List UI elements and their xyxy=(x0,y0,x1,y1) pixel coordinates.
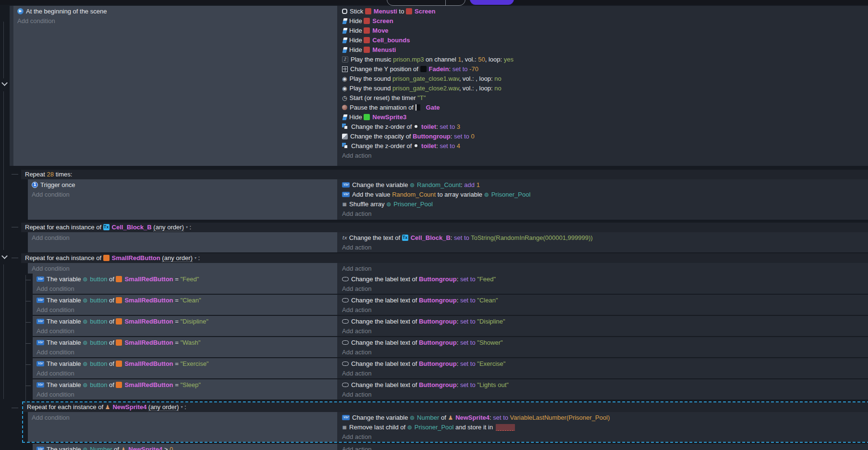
actions-panel[interactable]: Change the label text of Buttongroup: se… xyxy=(337,337,868,357)
actions-panel[interactable]: Add action xyxy=(337,263,868,274)
conditions-panel[interactable]: VarThe variable ⊚button of SmallRedButto… xyxy=(33,274,337,294)
conditions-panel[interactable]: VarThe variable ⊚Number of ♟NewSprite4 >… xyxy=(33,444,337,450)
actions-panel[interactable]: VarChange the variable ⊚Number of ♟NewSp… xyxy=(337,412,868,442)
action-row[interactable]: VarChange the variable ⊚Number of ♟NewSp… xyxy=(342,413,868,423)
varbadge-icon: Var xyxy=(37,447,44,450)
action-row[interactable]: Change the opacity of Buttongroup: set t… xyxy=(342,132,868,141)
action-row[interactable]: VarChange the variable ⊚Random_Count: ad… xyxy=(342,180,868,190)
toggle-control[interactable] xyxy=(387,0,465,6)
add-condition-link[interactable]: Add condition xyxy=(33,305,337,315)
add-condition-link[interactable]: Add condition xyxy=(33,369,337,378)
action-row[interactable]: Change the label text of Buttongroup: se… xyxy=(342,380,868,390)
conditions-panel[interactable]: Add condition xyxy=(28,412,337,442)
add-action-link[interactable]: Add action xyxy=(342,326,868,336)
add-action-link[interactable]: Add action xyxy=(342,264,868,274)
add-condition-link[interactable]: Add condition xyxy=(28,233,337,243)
condition-row[interactable]: 1Trigger once xyxy=(28,180,337,190)
action-row[interactable]: Change the label text of Buttongroup: se… xyxy=(342,338,868,348)
action-row[interactable]: Hide Move xyxy=(342,26,868,36)
actions-panel[interactable]: Change the label text of Buttongroup: se… xyxy=(337,379,868,400)
add-action-link[interactable]: Add action xyxy=(342,369,868,378)
conditions-panel[interactable]: VarThe variable ⊚button of SmallRedButto… xyxy=(33,379,337,400)
collapse-chevron-icon[interactable] xyxy=(1,253,8,259)
actions-panel[interactable]: Stick Menusti to ScreenHide ScreenHide M… xyxy=(337,6,868,166)
action-row[interactable]: Hide Cell_bounds xyxy=(342,36,868,45)
add-action-link[interactable]: Add action xyxy=(342,305,868,315)
action-row[interactable]: ♪Play the music prison.mp3 on channel 1,… xyxy=(342,55,868,64)
action-row[interactable]: ◉Play the sound prison_gate_close2.wav, … xyxy=(342,84,868,93)
action-row[interactable]: ◷Start (or reset) the timer "T" xyxy=(342,93,868,103)
action-row[interactable]: ≡Remove last child of ⊚Prisoner_Pool and… xyxy=(342,423,868,432)
event-repeat-header[interactable]: Repeat for each instance of ♟NewSprite4 … xyxy=(23,402,868,412)
action-row[interactable]: Change the label text of Buttongroup: se… xyxy=(342,275,868,284)
action-row[interactable]: Change the label text of Buttongroup: se… xyxy=(342,317,868,326)
condition-row[interactable]: VarThe variable ⊚button of SmallRedButto… xyxy=(33,317,337,326)
actions-panel[interactable]: Change the label text of Buttongroup: se… xyxy=(337,295,868,315)
event-text: = xyxy=(173,297,181,304)
add-condition-link[interactable]: Add condition xyxy=(28,190,337,200)
action-row[interactable]: Pause the animation of Gate xyxy=(342,103,868,112)
conditions-panel[interactable]: Add condition xyxy=(28,263,337,274)
action-row[interactable]: Change the z-order of toilet: set to 3 xyxy=(342,122,868,132)
selected-event-block[interactable]: Repeat for each instance of ♟NewSprite4 … xyxy=(22,401,868,443)
actions-panel[interactable]: VarChange the variable ⊚Random_Count: ad… xyxy=(337,179,868,220)
add-condition-link[interactable]: Add condition xyxy=(33,284,337,294)
action-row[interactable]: VarAdd the value Random_Count to array v… xyxy=(342,190,868,200)
actions-panel[interactable]: Add action xyxy=(337,444,868,450)
add-action-link[interactable]: Add action xyxy=(342,445,868,450)
add-condition-link[interactable]: Add condition xyxy=(33,326,337,336)
action-row[interactable]: Hide Menusti xyxy=(342,45,868,55)
add-condition-link[interactable]: Add condition xyxy=(13,16,337,26)
conditions-panel[interactable]: 1Trigger onceAdd condition xyxy=(28,179,337,220)
conditions-panel[interactable]: VarThe variable ⊚button of SmallRedButto… xyxy=(33,337,337,357)
condition-row[interactable]: VarThe variable ⊚Number of ♟NewSprite4 >… xyxy=(33,445,337,450)
add-action-link[interactable]: Add action xyxy=(342,284,868,294)
add-action-link[interactable]: Add action xyxy=(342,432,868,442)
conditions-panel[interactable]: Add condition xyxy=(28,232,337,252)
condition-row[interactable]: VarThe variable ⊚button of SmallRedButto… xyxy=(33,338,337,348)
action-row[interactable]: Change the Y position of Fadein: set to … xyxy=(342,64,868,74)
action-row[interactable]: txChange the text of TxCell_Block_B: set… xyxy=(342,233,868,243)
condition-row[interactable]: ▶At the beginning of the scene xyxy=(13,7,337,16)
primary-button[interactable] xyxy=(470,0,514,5)
add-condition-link[interactable]: Add condition xyxy=(28,264,337,274)
action-row[interactable]: ◉Play the sound prison_gate_close1.wav, … xyxy=(342,74,868,84)
add-action-link[interactable]: Add action xyxy=(342,348,868,357)
actions-panel[interactable]: Change the label text of Buttongroup: se… xyxy=(337,358,868,378)
conditions-panel[interactable]: VarThe variable ⊚button of SmallRedButto… xyxy=(33,295,337,315)
toggle-segment-right[interactable] xyxy=(445,0,465,5)
actions-panel[interactable]: txChange the text of TxCell_Block_B: set… xyxy=(337,232,868,252)
condition-row[interactable]: VarThe variable ⊚button of SmallRedButto… xyxy=(33,359,337,369)
conditions-panel[interactable]: VarThe variable ⊚button of SmallRedButto… xyxy=(33,316,337,336)
add-condition-link[interactable]: Add condition xyxy=(33,348,337,357)
toggle-segment-left[interactable] xyxy=(387,0,445,5)
tree-tick xyxy=(25,280,31,280)
event-text: Play the music xyxy=(351,56,393,63)
action-row[interactable]: ≡Shuffle array ⊚Prisoner_Pool xyxy=(342,200,868,209)
condition-row[interactable]: VarThe variable ⊚button of SmallRedButto… xyxy=(33,296,337,305)
event-text: 4 xyxy=(457,142,460,150)
add-action-link[interactable]: Add action xyxy=(342,390,868,400)
action-row[interactable]: Stick Menusti to Screen xyxy=(342,7,868,16)
collapse-chevron-icon[interactable] xyxy=(1,80,8,86)
condition-row[interactable]: VarThe variable ⊚button of SmallRedButto… xyxy=(33,275,337,284)
add-action-link[interactable]: Add action xyxy=(342,209,868,219)
event-repeat-header[interactable]: Repeat 28 times: xyxy=(21,170,868,179)
actions-panel[interactable]: Change the label text of Buttongroup: se… xyxy=(337,274,868,294)
action-row[interactable]: Change the z-order of toilet: set to 4 xyxy=(342,141,868,151)
event-repeat-header[interactable]: Repeat for each instance of TxCell_Block… xyxy=(21,223,868,232)
event-repeat-header[interactable]: Repeat for each instance of SmallRedButt… xyxy=(21,253,868,263)
action-row[interactable]: Change the label text of Buttongroup: se… xyxy=(342,359,868,369)
actions-panel[interactable]: Change the label text of Buttongroup: se… xyxy=(337,316,868,336)
event-text: button xyxy=(90,297,107,304)
conditions-panel[interactable]: ▶At the beginning of the sceneAdd condit… xyxy=(13,6,337,166)
condition-row[interactable]: VarThe variable ⊚button of SmallRedButto… xyxy=(33,380,337,390)
add-action-link[interactable]: Add action xyxy=(342,151,868,161)
action-row[interactable]: Change the label text of Buttongroup: se… xyxy=(342,296,868,305)
add-condition-link[interactable]: Add condition xyxy=(33,390,337,400)
add-condition-link[interactable]: Add condition xyxy=(28,413,337,423)
action-row[interactable]: Hide Screen xyxy=(342,16,868,26)
action-row[interactable]: Hide NewSprite3 xyxy=(342,112,868,122)
add-action-link[interactable]: Add action xyxy=(342,243,868,252)
conditions-panel[interactable]: VarThe variable ⊚button of SmallRedButto… xyxy=(33,358,337,378)
